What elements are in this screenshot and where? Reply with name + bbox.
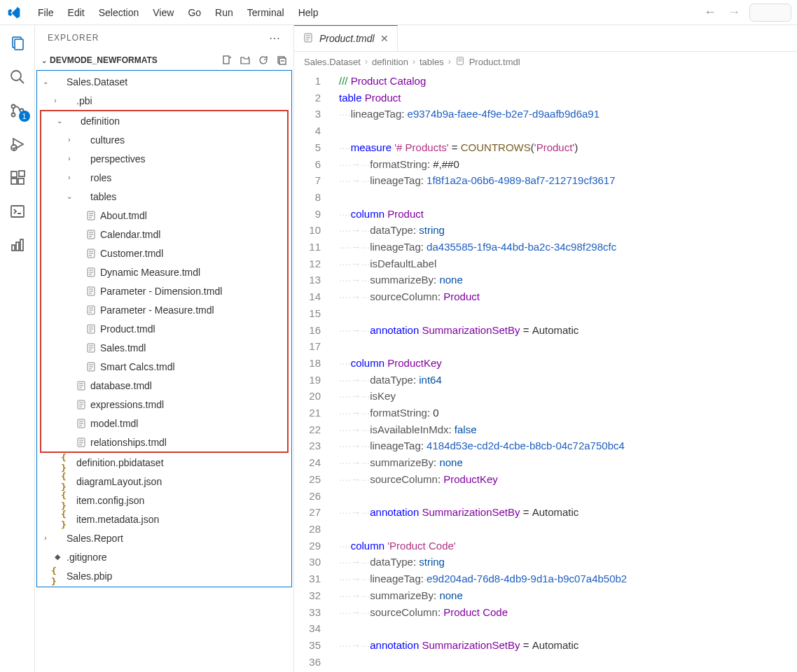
tree-item[interactable]: Customer.tmdl xyxy=(41,244,287,262)
tree-label: relationships.tmdl xyxy=(90,437,167,448)
menu-selection[interactable]: Selection xyxy=(92,4,146,21)
tree-item[interactable]: relationships.tmdl xyxy=(41,433,287,451)
tree-item[interactable]: expressions.tmdl xyxy=(41,395,287,414)
menu-edit[interactable]: Edit xyxy=(61,4,92,21)
tree-item[interactable]: Sales.tmdl xyxy=(41,338,287,357)
breadcrumb-segment[interactable]: Sales.Dataset xyxy=(304,57,361,67)
tab-product-tmdl[interactable]: Product.tmdl ✕ xyxy=(294,25,398,51)
tree-item[interactable]: { }definition.pbidataset xyxy=(37,453,291,472)
tree-item[interactable]: { }item.config.json xyxy=(37,491,291,510)
source-control-icon[interactable]: 1 xyxy=(8,101,27,120)
menu-help[interactable]: Help xyxy=(291,4,326,21)
tree-item[interactable]: ⌄tables xyxy=(41,187,287,206)
tree-item[interactable]: About.tmdl xyxy=(41,206,287,225)
tree-label: definition xyxy=(81,115,120,127)
tree-item[interactable]: { }item.metadata.json xyxy=(37,510,291,528)
nav-back-icon[interactable]: ← xyxy=(702,4,719,21)
tree-label: perspectives xyxy=(90,153,146,164)
menu-run[interactable]: Run xyxy=(208,4,240,21)
explorer-icon[interactable] xyxy=(8,34,27,53)
file-icon xyxy=(85,360,97,373)
breadcrumb-segment[interactable]: Product.tmdl xyxy=(469,57,520,67)
workspace-header[interactable]: ⌄ DEVMODE_NEWFORMATS xyxy=(35,50,293,70)
run-debug-icon[interactable] xyxy=(8,134,27,154)
json-icon: { } xyxy=(61,494,74,507)
new-file-icon[interactable] xyxy=(220,53,234,67)
json-icon: { } xyxy=(61,475,74,488)
tree-item[interactable]: ›Sales.Report xyxy=(37,528,291,547)
tree-label: tables xyxy=(90,191,116,202)
breadcrumb[interactable]: Sales.Dataset›definition›tables›Product.… xyxy=(294,52,797,71)
tree-item[interactable]: Dynamic Measure.tmdl xyxy=(41,262,287,281)
tree-item[interactable]: Parameter - Dimension.tmdl xyxy=(41,281,287,300)
tree-item[interactable]: ⌄definition xyxy=(41,111,287,130)
svg-rect-11 xyxy=(19,171,25,176)
svg-rect-12 xyxy=(11,206,24,217)
tree-item[interactable]: ›roles xyxy=(41,168,287,187)
file-icon xyxy=(75,398,88,411)
svg-line-3 xyxy=(20,79,24,83)
nav-forward-icon[interactable]: → xyxy=(726,4,742,21)
svg-point-2 xyxy=(11,71,21,80)
tree-label: Calendar.tmdl xyxy=(100,229,160,240)
tree-label: Sales.Dataset xyxy=(67,76,127,88)
file-icon xyxy=(455,56,465,68)
more-actions-icon[interactable]: ⋯ xyxy=(269,31,281,45)
refresh-icon[interactable] xyxy=(256,53,270,67)
svg-rect-13 xyxy=(12,245,15,251)
json-icon: { } xyxy=(61,456,74,469)
tree-item[interactable]: Product.tmdl xyxy=(41,319,287,338)
tree-label: expressions.tmdl xyxy=(90,399,164,410)
file-icon xyxy=(51,532,64,545)
breadcrumb-segment[interactable]: tables xyxy=(420,57,444,67)
tree-item[interactable]: ›cultures xyxy=(41,130,287,149)
tree-label: Sales.Report xyxy=(67,533,123,544)
tree-label: Customer.tmdl xyxy=(100,248,163,259)
tree-label: Parameter - Measure.tmdl xyxy=(100,304,214,316)
tree-item[interactable]: database.tmdl xyxy=(41,376,287,395)
terminal-icon[interactable] xyxy=(8,202,27,221)
tree-item[interactable]: Calendar.tmdl xyxy=(41,225,287,244)
collapse-all-icon[interactable] xyxy=(275,53,289,67)
powerbi-icon[interactable] xyxy=(8,235,27,255)
code-editor[interactable]: 1234567891011121314151617181920212223242… xyxy=(294,71,797,672)
tree-item[interactable]: model.tmdl xyxy=(41,414,287,433)
code-content[interactable]: ///·Product·Catalogtable·Product····line… xyxy=(332,71,797,672)
menu-view[interactable]: View xyxy=(146,4,181,21)
tree-label: cultures xyxy=(90,134,125,146)
svg-rect-1 xyxy=(15,39,23,50)
search-input[interactable] xyxy=(749,4,791,22)
json-icon: { } xyxy=(61,513,74,526)
tree-item[interactable]: ⌄Sales.Dataset xyxy=(37,72,291,91)
tree-item[interactable]: ›perspectives xyxy=(41,149,287,168)
close-icon[interactable]: ✕ xyxy=(380,33,389,44)
tree-item[interactable]: { }Sales.pbip xyxy=(37,566,291,585)
file-icon xyxy=(65,115,78,127)
menu-file[interactable]: File xyxy=(31,4,61,21)
tree-label: model.tmdl xyxy=(90,418,138,429)
file-icon xyxy=(85,304,97,316)
extensions-icon[interactable] xyxy=(8,168,27,188)
file-icon xyxy=(75,190,88,203)
tree-item[interactable]: Smart Calcs.tmdl xyxy=(41,357,287,376)
file-icon xyxy=(85,323,97,335)
breadcrumb-segment[interactable]: definition xyxy=(372,57,408,67)
tree-item[interactable]: { }diagramLayout.json xyxy=(37,472,291,491)
tabs: Product.tmdl ✕ xyxy=(294,25,797,52)
tree-item[interactable]: ◆.gitignore xyxy=(37,547,291,566)
tree-item[interactable]: ›.pbi xyxy=(37,91,291,110)
sidebar: EXPLORER ⋯ ⌄ DEVMODE_NEWFORMATS ⌄Sales.D… xyxy=(35,25,294,672)
search-icon[interactable] xyxy=(8,67,27,87)
new-folder-icon[interactable] xyxy=(238,53,252,67)
file-tree: ⌄Sales.Dataset›.pbi⌄definition›cultures›… xyxy=(37,71,291,587)
tree-label: Dynamic Measure.tmdl xyxy=(100,267,200,278)
file-icon xyxy=(85,342,97,354)
menu-terminal[interactable]: Terminal xyxy=(240,4,291,21)
menu-go[interactable]: Go xyxy=(181,4,208,21)
svg-rect-15 xyxy=(20,239,23,251)
sidebar-header: EXPLORER ⋯ xyxy=(35,25,293,50)
tree-item[interactable]: Parameter - Measure.tmdl xyxy=(41,300,287,319)
diamond-icon: ◆ xyxy=(51,551,64,564)
file-icon xyxy=(85,209,97,222)
svg-rect-10 xyxy=(18,178,24,184)
